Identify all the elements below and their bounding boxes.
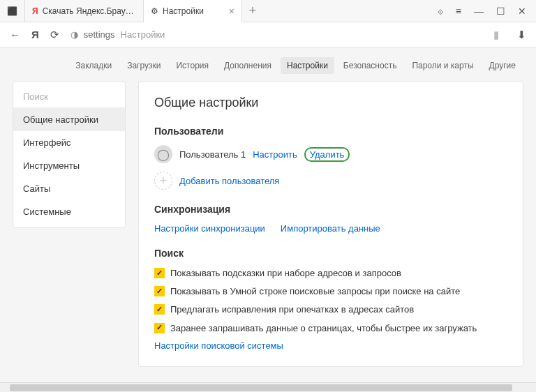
delete-user-link[interactable]: Удалить bbox=[304, 147, 350, 162]
nav-other[interactable]: Другие bbox=[483, 57, 522, 74]
settings-sidebar: Поиск Общие настройки Интерфейс Инструме… bbox=[13, 81, 126, 228]
user-row: ◯ Пользователь 1 Настроить Удалить bbox=[154, 145, 507, 163]
search-engine-settings-link[interactable]: Настройки поисковой системы bbox=[154, 340, 283, 351]
nav-settings[interactable]: Настройки bbox=[281, 57, 334, 74]
yandex-icon: Я bbox=[32, 6, 38, 16]
tab-bar: ⬛ Я Скачать Яндекс.Браузер д ⚙ Настройки… bbox=[0, 0, 536, 22]
checkbox-icon: ✓ bbox=[154, 268, 165, 278]
checkbox-label: Показывать подсказки при наборе адресов … bbox=[170, 267, 401, 280]
settings-top-nav: Закладки Загрузки История Дополнения Нас… bbox=[0, 47, 536, 81]
tab-label: Скачать Яндекс.Браузер д bbox=[43, 6, 136, 16]
section-users-heading: Пользователи bbox=[154, 126, 507, 137]
reload-button[interactable]: ⟳ bbox=[50, 29, 59, 41]
settings-panel: Общие настройки Пользователи ◯ Пользоват… bbox=[138, 81, 523, 367]
scrollbar-thumb[interactable] bbox=[10, 384, 512, 391]
yandex-home-icon[interactable]: Я bbox=[31, 29, 39, 40]
content-area: Закладки Загрузки История Дополнения Нас… bbox=[0, 47, 536, 392]
address-text-1: settings bbox=[84, 29, 115, 40]
window-controls: ⟐ ≡ — ☐ ✕ bbox=[438, 6, 536, 17]
tab-settings[interactable]: ⚙ Настройки × bbox=[144, 0, 242, 22]
main-layout: Поиск Общие настройки Интерфейс Инструме… bbox=[0, 81, 536, 392]
sidebar-item-general[interactable]: Общие настройки bbox=[13, 108, 125, 131]
site-info-icon[interactable]: ◑ bbox=[70, 29, 78, 40]
checkbox-typos[interactable]: ✓Предлагать исправления при опечатках в … bbox=[154, 303, 507, 316]
sidebar-item-system[interactable]: Системные bbox=[13, 200, 125, 223]
tab-label: Настройки bbox=[163, 6, 204, 16]
nav-history[interactable]: История bbox=[170, 57, 215, 74]
user-name: Пользователь 1 bbox=[179, 149, 246, 160]
menu-icon[interactable]: ≡ bbox=[456, 6, 461, 17]
checkbox-label: Показывать в Умной строке поисковые запр… bbox=[170, 285, 460, 298]
add-user-link[interactable]: Добавить пользователя bbox=[179, 176, 279, 186]
sidebar-item-sites[interactable]: Сайты bbox=[13, 177, 125, 200]
sync-links: Настройки синхронизации Импортировать да… bbox=[154, 223, 507, 234]
import-data-link[interactable]: Импортировать данные bbox=[281, 223, 380, 234]
sync-settings-link[interactable]: Настройки синхронизации bbox=[154, 223, 265, 234]
configure-user-link[interactable]: Настроить bbox=[253, 149, 297, 160]
nav-passwords[interactable]: Пароли и карты bbox=[405, 57, 479, 74]
checkbox-icon: ✓ bbox=[154, 323, 165, 333]
checkbox-icon: ✓ bbox=[154, 304, 165, 315]
section-sync-heading: Синхронизация bbox=[154, 204, 507, 215]
close-button[interactable]: ✕ bbox=[518, 6, 526, 17]
checkbox-suggestions[interactable]: ✓Показывать подсказки при наборе адресов… bbox=[154, 267, 507, 280]
checkbox-smartbar[interactable]: ✓Показывать в Умной строке поисковые зап… bbox=[154, 285, 507, 298]
sidebar-item-tools[interactable]: Инструменты bbox=[13, 154, 125, 177]
new-tab-button[interactable]: + bbox=[242, 3, 263, 18]
close-icon[interactable]: × bbox=[229, 6, 234, 17]
checkbox-prefetch[interactable]: ✓Заранее запрашивать данные о страницах,… bbox=[154, 322, 507, 335]
add-user-row: + Добавить пользователя bbox=[154, 172, 507, 190]
address-text-2: Настройки bbox=[121, 29, 165, 40]
horizontal-scrollbar[interactable] bbox=[0, 382, 536, 392]
gear-icon: ⚙ bbox=[151, 6, 158, 16]
sidebar-search[interactable]: Поиск bbox=[13, 86, 125, 108]
bookmark-page-icon[interactable]: ▮ bbox=[493, 29, 499, 41]
minimize-button[interactable]: — bbox=[474, 6, 484, 17]
tab-icon: ⬛ bbox=[7, 6, 17, 16]
sidebar-item-interface[interactable]: Интерфейс bbox=[13, 131, 125, 154]
nav-addons[interactable]: Дополнения bbox=[218, 57, 278, 74]
toolbar: ← Я ⟳ ◑ settings Настройки ▮ ⬇ bbox=[0, 22, 536, 47]
tab-download-yandex[interactable]: Я Скачать Яндекс.Браузер д bbox=[25, 0, 144, 22]
maximize-button[interactable]: ☐ bbox=[496, 6, 505, 17]
bookmark-icon[interactable]: ⟐ bbox=[438, 6, 443, 17]
avatar-icon: ◯ bbox=[154, 145, 172, 163]
nav-bookmarks[interactable]: Закладки bbox=[69, 57, 118, 74]
section-search-heading: Поиск bbox=[154, 248, 507, 259]
page-title: Общие настройки bbox=[154, 96, 507, 110]
checkbox-icon: ✓ bbox=[154, 286, 165, 296]
address-bar[interactable]: ◑ settings Настройки bbox=[70, 29, 482, 40]
tab-blank[interactable]: ⬛ bbox=[0, 0, 25, 22]
nav-downloads[interactable]: Загрузки bbox=[121, 57, 167, 74]
checkbox-label: Заранее запрашивать данные о страницах, … bbox=[170, 322, 477, 335]
back-button[interactable]: ← bbox=[10, 29, 20, 40]
download-icon[interactable]: ⬇ bbox=[517, 29, 526, 41]
nav-security[interactable]: Безопасность bbox=[337, 57, 403, 74]
checkbox-label: Предлагать исправления при опечатках в а… bbox=[170, 303, 414, 316]
add-icon[interactable]: + bbox=[154, 172, 172, 190]
